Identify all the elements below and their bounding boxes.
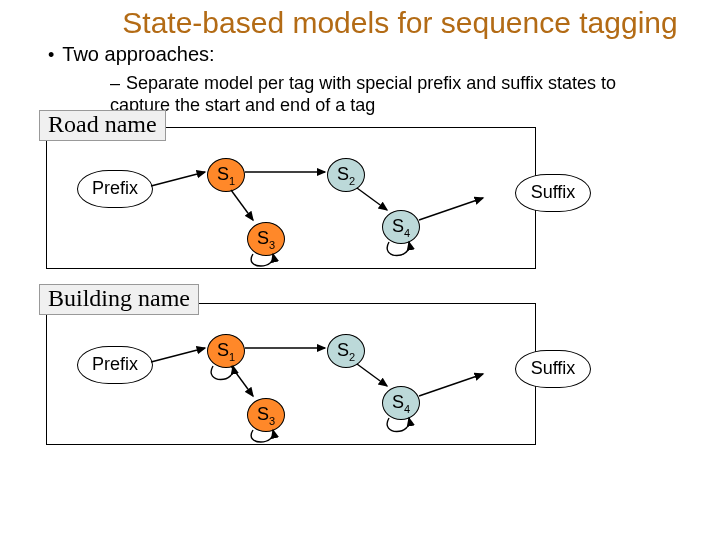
bullet-two-approaches: •Two approaches: <box>48 43 720 66</box>
slide-title: State-based models for sequence tagging <box>120 6 680 41</box>
svg-line-5 <box>151 348 205 362</box>
svg-line-8 <box>357 364 387 386</box>
node-s2: S2 <box>327 158 365 192</box>
node-s1: S1 <box>207 334 245 368</box>
svg-line-7 <box>231 366 253 396</box>
panel-label-building: Building name <box>39 284 199 315</box>
node-s3: S3 <box>247 222 285 256</box>
node-s4: S4 <box>382 386 420 420</box>
node-s1: S1 <box>207 158 245 192</box>
node-s4: S4 <box>382 210 420 244</box>
svg-line-3 <box>357 188 387 210</box>
panel-building-name: Building name Prefix S1 S2 S3 S4 Suffix <box>46 303 536 445</box>
node-prefix: Prefix <box>77 170 153 208</box>
sub-bullet: –Separate model per tag with special pre… <box>110 72 660 117</box>
panel-road-name: Road name Prefix S1 S2 S3 S4 Suffix <box>46 127 536 269</box>
svg-line-0 <box>151 172 205 186</box>
svg-line-9 <box>419 374 483 396</box>
svg-line-2 <box>231 190 253 220</box>
node-prefix: Prefix <box>77 346 153 384</box>
sub-bullet-text: Separate model per tag with special pref… <box>110 73 616 116</box>
node-s3: S3 <box>247 398 285 432</box>
bullet-text: Two approaches: <box>62 43 214 65</box>
panel-label-road: Road name <box>39 110 166 141</box>
node-suffix: Suffix <box>515 174 591 212</box>
node-s2: S2 <box>327 334 365 368</box>
svg-line-4 <box>419 198 483 220</box>
node-suffix: Suffix <box>515 350 591 388</box>
